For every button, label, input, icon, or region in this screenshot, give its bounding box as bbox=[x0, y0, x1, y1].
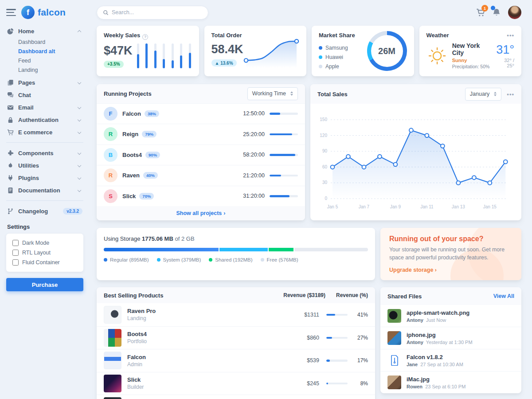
product-revenue: $1311 bbox=[288, 312, 319, 318]
product-name[interactable]: Raven Pro bbox=[127, 308, 288, 314]
project-progress-fill bbox=[270, 113, 280, 115]
file-row: Falcon v1.8.2Jane 27 Sep at 10:30 AM bbox=[380, 349, 521, 371]
file-meta: Jane 27 Sep at 10:30 AM bbox=[407, 362, 463, 367]
sidebar-item-home[interactable]: Home bbox=[6, 25, 83, 37]
search-box[interactable] bbox=[97, 6, 208, 20]
project-time: 31:20:00 bbox=[243, 193, 265, 199]
setting-option-label: Dark Mode bbox=[22, 240, 49, 246]
project-progress-badge: 38% bbox=[145, 110, 159, 117]
project-time: 58:20:00 bbox=[243, 152, 265, 158]
project-row: RReign79%25:20:00 bbox=[97, 124, 305, 145]
bar-track bbox=[137, 43, 139, 68]
user-avatar[interactable] bbox=[508, 6, 521, 19]
sidebar-item-label: Pages bbox=[18, 79, 74, 86]
version-badge: v2.3.2 bbox=[63, 208, 82, 215]
project-row: BBoots490%58:20:00 bbox=[97, 145, 305, 165]
legend-dot bbox=[104, 258, 107, 262]
file-name[interactable]: iphone.jpg bbox=[407, 332, 473, 338]
project-name[interactable]: Reign bbox=[122, 131, 138, 137]
product-name[interactable]: Falcon bbox=[127, 354, 288, 360]
sidebar-subitem-landing[interactable]: Landing bbox=[18, 65, 83, 74]
view-all-link[interactable]: View All bbox=[493, 293, 514, 299]
file-row: iphone.jpgAntony Yesterday at 1:30 PM bbox=[380, 327, 521, 349]
nav-divider bbox=[6, 200, 83, 201]
project-row: RRaven40%21:20:00 bbox=[97, 165, 305, 186]
setting-option-dark-mode[interactable]: Dark Mode bbox=[12, 238, 77, 248]
project-avatar: R bbox=[104, 127, 117, 141]
product-percent: 8% bbox=[348, 380, 368, 387]
purchase-button[interactable]: Purchase bbox=[6, 278, 83, 291]
sidebar-item-pages[interactable]: Pages bbox=[6, 76, 83, 89]
total-sales-card: Total Sales January ••• 0306090120150Jan… bbox=[310, 84, 521, 220]
product-thumbnail bbox=[104, 306, 121, 324]
product-row: Raven ProLanding$131141% bbox=[97, 303, 375, 326]
sidebar-item-chat[interactable]: Chat bbox=[6, 89, 83, 101]
sidebar-subitem-dashboard-alt[interactable]: Dashboard alt bbox=[18, 47, 83, 56]
cart-icon bbox=[7, 129, 14, 136]
weather-menu-icon[interactable]: ••• bbox=[507, 32, 514, 39]
svg-text:Jan 7: Jan 7 bbox=[359, 204, 370, 209]
sidebar-item-email[interactable]: Email bbox=[6, 101, 83, 113]
sidebar-item-e-commerce[interactable]: E commerce bbox=[6, 126, 83, 138]
project-name[interactable]: Raven bbox=[122, 172, 140, 179]
sidebar-subitem-dashboard[interactable]: Dashboard bbox=[18, 37, 83, 47]
project-avatar: B bbox=[104, 148, 117, 162]
notifications-button[interactable] bbox=[492, 8, 501, 17]
hamburger-menu-button[interactable] bbox=[6, 9, 16, 16]
file-name[interactable]: apple-smart-watch.png bbox=[407, 309, 469, 316]
file-thumbnail bbox=[387, 331, 401, 345]
checkbox[interactable] bbox=[12, 250, 19, 256]
project-name[interactable]: Slick bbox=[122, 193, 136, 200]
product-category: Landing bbox=[127, 315, 288, 321]
working-time-select[interactable]: Working Time bbox=[247, 87, 298, 100]
project-name[interactable]: Falcon bbox=[122, 110, 141, 117]
bar-fill bbox=[172, 60, 174, 68]
sidebar-item-documentation[interactable]: Documentation bbox=[6, 184, 83, 196]
bar-fill bbox=[189, 53, 191, 68]
svg-text:90: 90 bbox=[322, 149, 328, 153]
sidebar-item-authentication[interactable]: Authentication bbox=[6, 113, 83, 126]
product-thumbnail bbox=[104, 352, 121, 369]
brand-name: falcon bbox=[38, 7, 66, 18]
checkbox[interactable] bbox=[12, 240, 19, 246]
product-progress-fill bbox=[326, 383, 328, 385]
product-name[interactable]: Slick bbox=[127, 376, 288, 383]
project-progress-badge: 90% bbox=[145, 152, 160, 158]
file-name[interactable]: Falcon v1.8.2 bbox=[407, 354, 463, 360]
chevron-down-icon bbox=[78, 176, 81, 180]
show-all-projects-link[interactable]: Show all projects› bbox=[97, 206, 305, 220]
svg-text:Jan 5: Jan 5 bbox=[327, 204, 338, 209]
setting-option-rtl-layout[interactable]: RTL Layout bbox=[12, 248, 77, 258]
checkbox[interactable] bbox=[12, 259, 19, 266]
cart-badge: 1 bbox=[481, 5, 488, 12]
file-name[interactable]: iMac.jpg bbox=[407, 376, 466, 383]
search-icon bbox=[103, 10, 109, 16]
sidebar-item-utilities[interactable]: Utilities bbox=[6, 159, 83, 172]
product-row: FalconAdmin$53917% bbox=[97, 349, 375, 372]
bar-track bbox=[154, 43, 156, 68]
upgrade-storage-link[interactable]: Upgrade storage › bbox=[389, 267, 437, 273]
nav-divider bbox=[6, 142, 83, 143]
product-progress-bar bbox=[326, 337, 348, 339]
help-icon[interactable]: ? bbox=[142, 34, 148, 40]
sidebar-item-components[interactable]: Components bbox=[6, 147, 83, 159]
sidebar-item-label: Email bbox=[18, 104, 74, 111]
sun-icon bbox=[426, 45, 448, 67]
brand-logo[interactable]: f falcon bbox=[21, 6, 66, 19]
month-select[interactable]: January bbox=[465, 88, 501, 101]
total-sales-menu-icon[interactable]: ••• bbox=[507, 91, 514, 98]
plug-icon bbox=[7, 174, 14, 181]
sidebar-item-changelog[interactable]: Changelogv2.3.2 bbox=[6, 205, 83, 217]
sidebar-subitem-feed[interactable]: Feed bbox=[18, 56, 83, 65]
product-name[interactable]: Boots4 bbox=[127, 331, 288, 337]
cart-button[interactable]: 1 bbox=[476, 8, 485, 17]
search-input[interactable] bbox=[112, 9, 202, 16]
promo-body: Your storage will be running out soon. G… bbox=[389, 246, 509, 262]
project-name[interactable]: Boots4 bbox=[122, 152, 142, 158]
storage-segment-2 bbox=[269, 248, 293, 251]
sidebar-item-label: E commerce bbox=[18, 129, 74, 136]
chart-pie-icon bbox=[7, 27, 14, 35]
bar-fill bbox=[145, 43, 148, 68]
sidebar-item-plugins[interactable]: Plugins bbox=[6, 172, 83, 184]
setting-option-fluid-container[interactable]: Fluid Container bbox=[12, 258, 77, 267]
